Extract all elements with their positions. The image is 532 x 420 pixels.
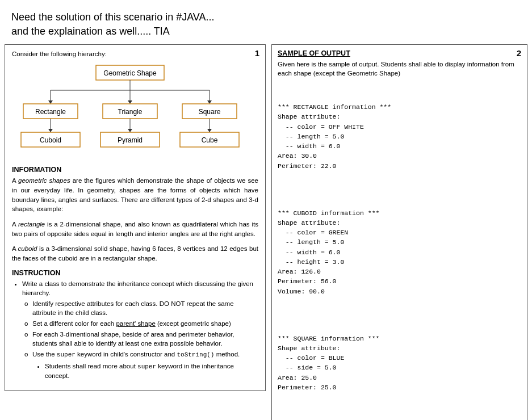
svg-text:Rectangle: Rectangle xyxy=(35,108,66,116)
instruction-sub-2: Set a different color for each parent' s… xyxy=(32,319,258,328)
instruction-sub-sub-1: Students shall read more about super key… xyxy=(45,362,258,380)
instruction-sub-4: Use the super keyword in child's constru… xyxy=(32,350,258,380)
info-para-1: A geometric shapes are the figures which… xyxy=(12,176,258,214)
svg-text:Cube: Cube xyxy=(202,136,218,144)
instruction-heading: INSTRUCTION xyxy=(12,269,258,277)
right-panel: 2 SAMPLE OF OUTPUT Given here is the sam… xyxy=(271,44,527,420)
svg-marker-9 xyxy=(207,100,212,104)
sample-heading: SAMPLE OF OUTPUT xyxy=(278,49,521,57)
instruction-list: Write a class to demonstrate the inherit… xyxy=(12,279,258,381)
svg-text:Square: Square xyxy=(199,108,221,116)
svg-text:Geometric Shape: Geometric Shape xyxy=(103,69,157,77)
svg-text:Cuboid: Cuboid xyxy=(40,136,61,144)
svg-text:Pyramid: Pyramid xyxy=(118,136,143,144)
svg-marker-7 xyxy=(128,100,132,104)
question-text: Need the solution of this scenario in #J… xyxy=(11,11,215,37)
svg-text:Triangle: Triangle xyxy=(118,108,143,116)
left-panel: 1 Consider the following hierarchy: Geom… xyxy=(5,44,266,391)
question-area: Need the solution of this scenario in #J… xyxy=(0,0,273,44)
svg-marker-5 xyxy=(48,100,53,104)
output-section-rectangle: *** RECTANGLE information *** Shape attr… xyxy=(278,102,521,171)
instruction-sub-3: For each 3-dimentional shape, beside of … xyxy=(32,330,258,348)
hierarchy-diagram: Geometric Shape Rectangle Triangle xyxy=(12,62,258,160)
right-panel-number: 2 xyxy=(517,48,521,58)
info-para-3: A cuboid is a 3-dimensional solid shape,… xyxy=(12,244,258,263)
svg-marker-17 xyxy=(48,129,53,132)
hierarchy-svg: Geometric Shape Rectangle Triangle xyxy=(12,62,259,158)
left-panel-number: 1 xyxy=(255,48,259,58)
output-section-cuboid: *** CUBOID information *** Shape attribu… xyxy=(278,208,521,296)
svg-marker-21 xyxy=(207,129,212,132)
consider-text: Consider the following hierarchy: xyxy=(12,51,258,57)
information-heading: INFORMATION xyxy=(12,166,258,174)
main-layout: 1 Consider the following hierarchy: Geom… xyxy=(0,44,532,420)
info-para-2: A rectangle is a 2-dimensional shape, an… xyxy=(12,220,258,238)
output-section-square: *** SQUARE information *** Shape attribu… xyxy=(278,334,521,393)
instruction-sub-1: Identify respective attributes for each … xyxy=(32,299,258,317)
info-section: INFORMATION A geometric shapes are the f… xyxy=(12,166,258,380)
sample-desc: Given here is the sample of output. Stud… xyxy=(278,60,521,78)
svg-marker-19 xyxy=(128,129,132,132)
output-block: *** RECTANGLE information *** Shape attr… xyxy=(278,83,521,420)
instruction-item-1: Write a class to demonstrate the inherit… xyxy=(22,279,258,381)
